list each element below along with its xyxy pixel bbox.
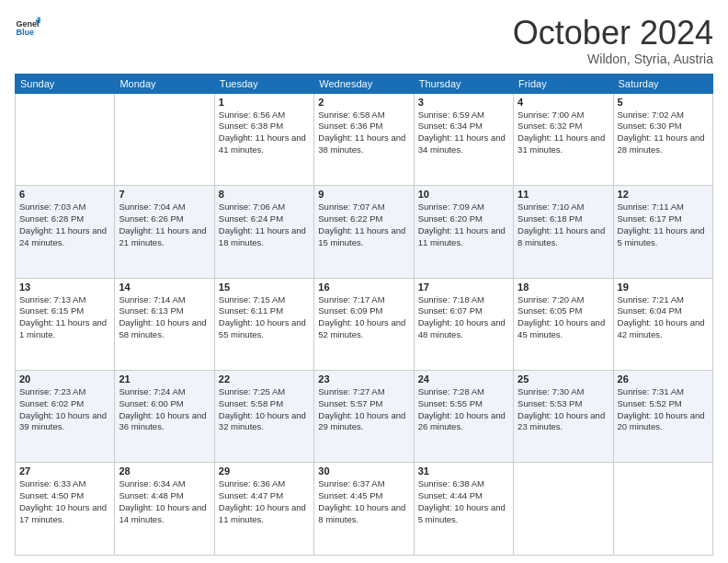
day-info: Sunrise: 7:04 AM Sunset: 6:26 PM Dayligh… [119,201,210,248]
calendar-cell: 26Sunrise: 7:31 AM Sunset: 5:52 PM Dayli… [613,371,712,463]
day-number: 30 [318,465,409,477]
calendar-cell: 29Sunrise: 6:36 AM Sunset: 4:47 PM Dayli… [214,463,313,556]
day-number: 7 [119,189,210,200]
day-number: 29 [219,465,310,477]
day-number: 17 [418,282,509,293]
calendar-cell: 15Sunrise: 7:15 AM Sunset: 6:11 PM Dayli… [214,278,313,370]
day-info: Sunrise: 6:59 AM Sunset: 6:34 PM Dayligh… [418,109,509,156]
weekday-header-tuesday: Tuesday [214,74,313,93]
weekday-header-thursday: Thursday [414,74,513,93]
day-info: Sunrise: 7:02 AM Sunset: 6:30 PM Dayligh… [618,109,709,156]
day-info: Sunrise: 7:24 AM Sunset: 6:00 PM Dayligh… [119,386,210,433]
logo: General Blue [15,15,40,40]
title-block: October 2024 Wildon, Styria, Austria [513,15,713,66]
day-info: Sunrise: 7:30 AM Sunset: 5:53 PM Dayligh… [518,386,609,433]
calendar-cell: 22Sunrise: 7:25 AM Sunset: 5:58 PM Dayli… [214,371,313,463]
calendar-cell: 23Sunrise: 7:27 AM Sunset: 5:57 PM Dayli… [314,371,414,463]
calendar-cell: 28Sunrise: 6:34 AM Sunset: 4:48 PM Dayli… [115,463,214,556]
day-number: 5 [618,97,709,108]
day-info: Sunrise: 7:11 AM Sunset: 6:17 PM Dayligh… [618,201,709,248]
calendar-cell: 7Sunrise: 7:04 AM Sunset: 6:26 PM Daylig… [115,186,214,278]
calendar-cell: 25Sunrise: 7:30 AM Sunset: 5:53 PM Dayli… [514,371,613,463]
day-info: Sunrise: 7:25 AM Sunset: 5:58 PM Dayligh… [219,386,310,433]
calendar-cell: 3Sunrise: 6:59 AM Sunset: 6:34 PM Daylig… [414,93,513,185]
day-info: Sunrise: 7:28 AM Sunset: 5:55 PM Dayligh… [418,386,509,433]
day-number: 6 [19,189,110,200]
day-info: Sunrise: 6:36 AM Sunset: 4:47 PM Dayligh… [219,478,310,525]
location: Wildon, Styria, Austria [513,52,713,66]
calendar-cell: 17Sunrise: 7:18 AM Sunset: 6:07 PM Dayli… [414,278,513,370]
day-info: Sunrise: 7:23 AM Sunset: 6:02 PM Dayligh… [19,386,110,433]
day-number: 9 [318,189,409,200]
calendar-cell: 6Sunrise: 7:03 AM Sunset: 6:28 PM Daylig… [16,186,115,278]
calendar-cell: 16Sunrise: 7:17 AM Sunset: 6:09 PM Dayli… [314,278,414,370]
day-number: 27 [19,465,110,477]
day-info: Sunrise: 6:38 AM Sunset: 4:44 PM Dayligh… [418,478,509,525]
weekday-header-saturday: Saturday [613,74,712,93]
calendar-cell: 19Sunrise: 7:21 AM Sunset: 6:04 PM Dayli… [613,278,712,370]
day-info: Sunrise: 7:18 AM Sunset: 6:07 PM Dayligh… [418,294,509,341]
day-number: 21 [119,373,210,385]
day-info: Sunrise: 6:56 AM Sunset: 6:38 PM Dayligh… [219,109,310,156]
day-number: 25 [518,373,609,385]
calendar-cell: 2Sunrise: 6:58 AM Sunset: 6:36 PM Daylig… [314,93,414,185]
day-info: Sunrise: 7:00 AM Sunset: 6:32 PM Dayligh… [518,109,609,156]
calendar-cell: 24Sunrise: 7:28 AM Sunset: 5:55 PM Dayli… [414,371,513,463]
day-number: 23 [318,373,409,385]
day-info: Sunrise: 6:37 AM Sunset: 4:45 PM Dayligh… [318,478,409,525]
calendar-table: SundayMondayTuesdayWednesdayThursdayFrid… [15,74,713,556]
calendar-cell: 14Sunrise: 7:14 AM Sunset: 6:13 PM Dayli… [115,278,214,370]
day-info: Sunrise: 7:20 AM Sunset: 6:05 PM Dayligh… [518,294,609,341]
header: General Blue October 2024 Wildon, Styria… [15,15,713,66]
day-info: Sunrise: 7:03 AM Sunset: 6:28 PM Dayligh… [19,201,110,248]
day-info: Sunrise: 7:13 AM Sunset: 6:15 PM Dayligh… [19,294,110,341]
day-info: Sunrise: 7:21 AM Sunset: 6:04 PM Dayligh… [618,294,709,341]
day-number: 26 [618,373,709,385]
calendar-cell: 9Sunrise: 7:07 AM Sunset: 6:22 PM Daylig… [314,186,414,278]
calendar-cell: 1Sunrise: 6:56 AM Sunset: 6:38 PM Daylig… [214,93,313,185]
day-info: Sunrise: 7:14 AM Sunset: 6:13 PM Dayligh… [119,294,210,341]
day-info: Sunrise: 7:10 AM Sunset: 6:18 PM Dayligh… [518,201,609,248]
calendar-cell [115,93,214,185]
day-number: 2 [318,97,409,108]
calendar-cell: 4Sunrise: 7:00 AM Sunset: 6:32 PM Daylig… [514,93,613,185]
day-number: 22 [219,373,310,385]
calendar-cell: 27Sunrise: 6:33 AM Sunset: 4:50 PM Dayli… [16,463,115,556]
calendar-cell: 8Sunrise: 7:06 AM Sunset: 6:24 PM Daylig… [214,186,313,278]
day-number: 31 [418,465,509,477]
day-number: 28 [119,465,210,477]
day-info: Sunrise: 7:31 AM Sunset: 5:52 PM Dayligh… [618,386,709,433]
day-number: 10 [418,189,509,200]
weekday-header-wednesday: Wednesday [314,74,414,93]
weekday-header-friday: Friday [514,74,613,93]
logo-icon: General Blue [15,15,40,40]
calendar-cell: 11Sunrise: 7:10 AM Sunset: 6:18 PM Dayli… [514,186,613,278]
day-number: 3 [418,97,509,108]
day-number: 4 [518,97,609,108]
day-number: 1 [219,97,310,108]
day-info: Sunrise: 7:07 AM Sunset: 6:22 PM Dayligh… [318,201,409,248]
calendar-cell: 12Sunrise: 7:11 AM Sunset: 6:17 PM Dayli… [613,186,712,278]
day-number: 16 [318,282,409,293]
day-number: 11 [518,189,609,200]
calendar-cell: 30Sunrise: 6:37 AM Sunset: 4:45 PM Dayli… [314,463,414,556]
calendar-cell: 5Sunrise: 7:02 AM Sunset: 6:30 PM Daylig… [613,93,712,185]
day-info: Sunrise: 6:33 AM Sunset: 4:50 PM Dayligh… [19,478,110,525]
calendar-cell: 31Sunrise: 6:38 AM Sunset: 4:44 PM Dayli… [414,463,513,556]
day-info: Sunrise: 7:17 AM Sunset: 6:09 PM Dayligh… [318,294,409,341]
calendar-cell [613,463,712,556]
calendar-cell [514,463,613,556]
day-number: 15 [219,282,310,293]
day-number: 24 [418,373,509,385]
svg-text:Blue: Blue [16,28,34,37]
weekday-header-monday: Monday [115,74,214,93]
calendar-cell: 13Sunrise: 7:13 AM Sunset: 6:15 PM Dayli… [16,278,115,370]
day-number: 18 [518,282,609,293]
day-number: 13 [19,282,110,293]
calendar-cell [16,93,115,185]
calendar-cell: 18Sunrise: 7:20 AM Sunset: 6:05 PM Dayli… [514,278,613,370]
day-info: Sunrise: 7:06 AM Sunset: 6:24 PM Dayligh… [219,201,310,248]
day-number: 12 [618,189,709,200]
day-info: Sunrise: 7:15 AM Sunset: 6:11 PM Dayligh… [219,294,310,341]
day-info: Sunrise: 6:58 AM Sunset: 6:36 PM Dayligh… [318,109,409,156]
